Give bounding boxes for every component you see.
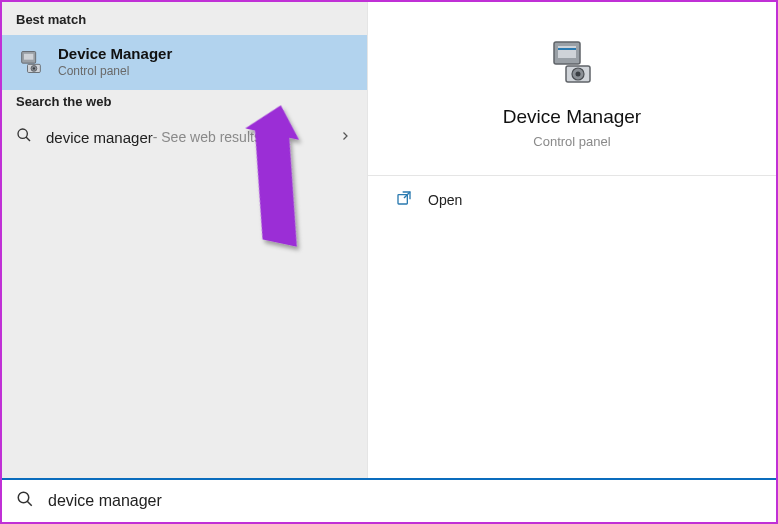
web-result-row[interactable]: device manager - See web results — [2, 117, 367, 157]
open-icon — [396, 190, 412, 209]
web-result-hint: - See web results — [153, 129, 261, 145]
svg-point-4 — [33, 67, 35, 69]
chevron-right-icon — [339, 128, 351, 146]
svg-rect-1 — [24, 53, 33, 59]
action-open-label: Open — [428, 192, 462, 208]
action-open[interactable]: Open — [368, 176, 776, 223]
svg-line-16 — [27, 501, 32, 506]
svg-point-12 — [576, 72, 581, 77]
device-manager-icon — [16, 47, 46, 77]
result-subtitle: Control panel — [58, 64, 172, 78]
details-title: Device Manager — [503, 106, 641, 128]
svg-rect-8 — [558, 46, 576, 58]
section-header-best-match: Best match — [2, 8, 367, 35]
svg-line-6 — [26, 137, 30, 141]
web-result-query: device manager — [46, 129, 153, 146]
results-panel: Best match Device Manager Control panel … — [2, 2, 368, 478]
search-icon — [16, 490, 34, 512]
search-input[interactable] — [48, 492, 762, 510]
search-icon — [16, 127, 34, 147]
device-manager-large-icon — [548, 38, 596, 86]
svg-point-15 — [18, 492, 29, 503]
section-header-web: Search the web — [2, 90, 367, 117]
result-device-manager[interactable]: Device Manager Control panel — [2, 35, 367, 90]
svg-rect-9 — [558, 48, 576, 50]
details-subtitle: Control panel — [533, 134, 610, 149]
details-panel: Device Manager Control panel Open — [368, 2, 776, 478]
search-bar — [2, 478, 776, 522]
result-title: Device Manager — [58, 45, 172, 62]
svg-point-5 — [18, 129, 27, 138]
